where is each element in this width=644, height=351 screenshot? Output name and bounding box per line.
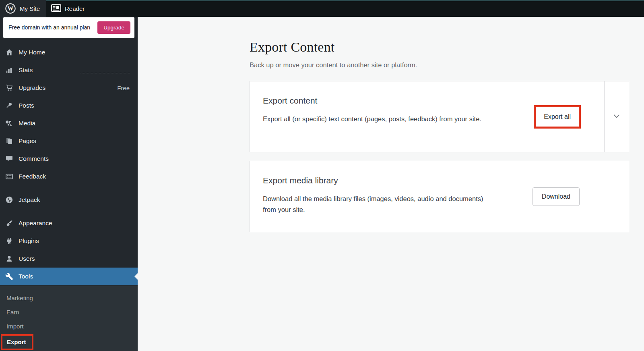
stats-icon (5, 66, 13, 74)
upgrades-plan-badge: Free (117, 85, 130, 91)
wrench-icon (5, 272, 13, 280)
sidebar-menu: My Home Stats Upgrades Free Posts (0, 38, 138, 286)
plugins-icon (5, 237, 13, 245)
submenu-item-export[interactable]: Export (0, 334, 138, 350)
home-icon (5, 48, 13, 56)
sidebar-item-my-home[interactable]: My Home (0, 44, 138, 61)
reader-icon (51, 4, 61, 13)
appearance-icon (5, 219, 13, 227)
jetpack-icon (5, 196, 13, 204)
card-title: Export media library (263, 176, 520, 185)
my-site-tab[interactable]: W My Site (0, 0, 46, 17)
export-media-card-action: Download (533, 161, 629, 232)
card-description: Download all the media library files (im… (263, 193, 485, 215)
card-title: Export content (263, 96, 521, 106)
reader-label: Reader (65, 5, 85, 12)
sidebar-item-jetpack[interactable]: Jetpack (0, 191, 138, 209)
sidebar-item-upgrades[interactable]: Upgrades Free (0, 79, 138, 97)
pushpin-icon (5, 102, 13, 110)
export-content-card-action: Export all (534, 81, 604, 152)
sidebar-item-posts[interactable]: Posts (0, 97, 138, 114)
sidebar-item-appearance[interactable]: Appearance (0, 214, 138, 232)
export-all-button[interactable]: Export all (536, 107, 579, 127)
submenu-item-marketing[interactable]: Marketing (0, 291, 138, 305)
submenu-item-import[interactable]: Import (0, 319, 138, 333)
feedback-icon (5, 172, 13, 181)
admin-bar: W My Site Reader (0, 0, 644, 17)
svg-text:W: W (8, 5, 14, 12)
sidebar-item-pages[interactable]: Pages (0, 132, 138, 150)
pages-icon (5, 137, 13, 145)
sidebar-item-users[interactable]: Users (0, 250, 138, 268)
sidebar-item-media[interactable]: Media (0, 114, 138, 132)
sidebar-item-label: Upgrades (19, 84, 45, 91)
sidebar-item-label: Stats (19, 66, 33, 74)
page-title: Export Content (250, 39, 629, 55)
card-description: Export all (or specific) text content (p… (263, 114, 485, 125)
upgrade-button[interactable]: Upgrade (97, 21, 130, 34)
cart-icon (5, 84, 13, 92)
sidebar-item-label: Tools (19, 273, 33, 280)
sidebar-item-stats[interactable]: Stats (0, 61, 138, 79)
upgrade-banner: Free domain with an annual plan Upgrade (3, 17, 134, 38)
submenu-item-earn[interactable]: Earn (0, 305, 138, 319)
sidebar-item-feedback[interactable]: Feedback (0, 168, 138, 185)
export-content-page: Export Content Back up or move your cont… (138, 17, 644, 351)
stats-sparkline (80, 73, 130, 73)
sidebar-item-comments[interactable]: Comments (0, 150, 138, 168)
admin-sidebar: Free domain with an annual plan Upgrade … (0, 17, 138, 351)
export-media-library-card: Export media library Download all the me… (250, 161, 629, 232)
sidebar-item-plugins[interactable]: Plugins (0, 232, 138, 250)
my-site-label: My Site (20, 5, 40, 12)
reader-tab[interactable]: Reader (46, 0, 91, 17)
expand-export-options-toggle[interactable] (604, 81, 629, 152)
sidebar-item-label: Jetpack (19, 196, 40, 204)
comments-icon (5, 155, 13, 163)
page-subtitle: Back up or move your content to another … (250, 61, 629, 69)
sidebar-item-tools[interactable]: Tools (0, 268, 138, 285)
sidebar-item-label: Comments (19, 155, 49, 162)
annotation-box-export: Export (1, 334, 33, 350)
users-icon (5, 255, 13, 263)
export-media-card-body: Export media library Download all the me… (250, 161, 533, 232)
wordpress-logo-icon: W (5, 3, 16, 14)
media-icon (5, 119, 13, 127)
sidebar-item-label: Media (19, 120, 35, 127)
sidebar-item-label: Feedback (19, 173, 46, 180)
export-content-card-body: Export content Export all (or specific) … (250, 81, 534, 152)
sidebar-item-label: Pages (19, 137, 36, 145)
submenu-item-label: Export (7, 339, 26, 345)
sidebar-item-label: Posts (19, 102, 34, 109)
chevron-down-icon (611, 111, 622, 123)
sidebar-item-label: My Home (19, 49, 45, 56)
download-button[interactable]: Download (533, 187, 580, 206)
sidebar-item-label: Users (19, 255, 35, 262)
tools-submenu: Marketing Earn Import Export (0, 286, 138, 351)
annotation-box-export-all: Export all (534, 105, 581, 129)
export-content-card: Export content Export all (or specific) … (250, 81, 629, 152)
sidebar-item-label: Appearance (19, 220, 52, 227)
upgrade-banner-text: Free domain with an annual plan (8, 24, 97, 32)
sidebar-item-label: Plugins (19, 237, 39, 245)
